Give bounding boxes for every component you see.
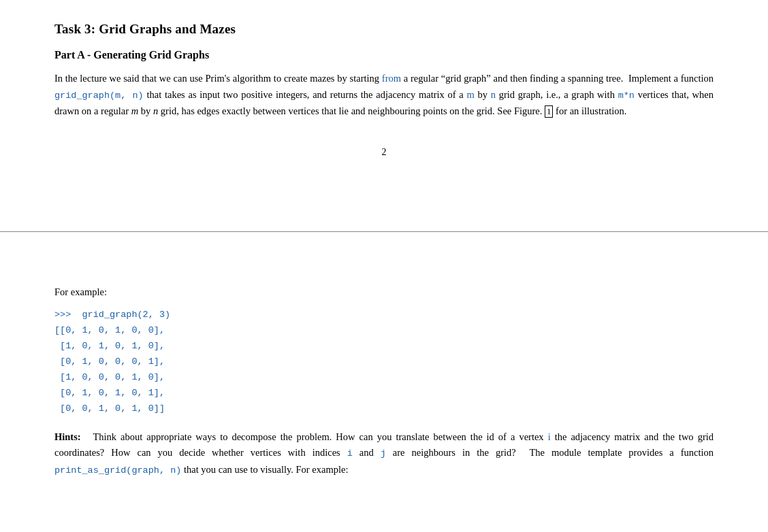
code-mn: m*n — [618, 90, 635, 101]
part-title: Part A - Generating Grid Graphs — [54, 49, 714, 61]
var-n: n — [491, 89, 496, 100]
code-example-block: >>> grid_graph(2, 3) [[0, 1, 0, 1, 0, 0]… — [54, 307, 714, 417]
task-title: Task 3: Grid Graphs and Mazes — [54, 22, 714, 37]
var-i: i — [548, 431, 551, 442]
em-n: n — [153, 105, 158, 116]
word-from: from — [382, 73, 401, 84]
code-i: i — [347, 448, 353, 459]
figure-ref: 1 — [545, 105, 554, 118]
body-paragraph: In the lecture we said that we can use P… — [54, 71, 714, 120]
hints-label: Hints: — [54, 431, 81, 442]
page-number: 2 — [54, 147, 714, 158]
em-m: m — [131, 105, 138, 116]
function-grid-graph: grid_graph(m, n) — [54, 90, 144, 101]
for-example-label: For example: — [54, 286, 714, 298]
function-print-as-grid: print_as_grid(graph, n) — [54, 465, 181, 476]
page-top-section: Task 3: Grid Graphs and Mazes Part A - G… — [0, 0, 768, 231]
top-spacer — [54, 246, 714, 286]
var-m: m — [466, 89, 474, 100]
code-j: j — [381, 448, 386, 459]
page-bottom-section: For example: >>> grid_graph(2, 3) [[0, 1… — [0, 232, 768, 499]
hints-paragraph: Hints: Think about appropriate ways to d… — [54, 429, 714, 478]
